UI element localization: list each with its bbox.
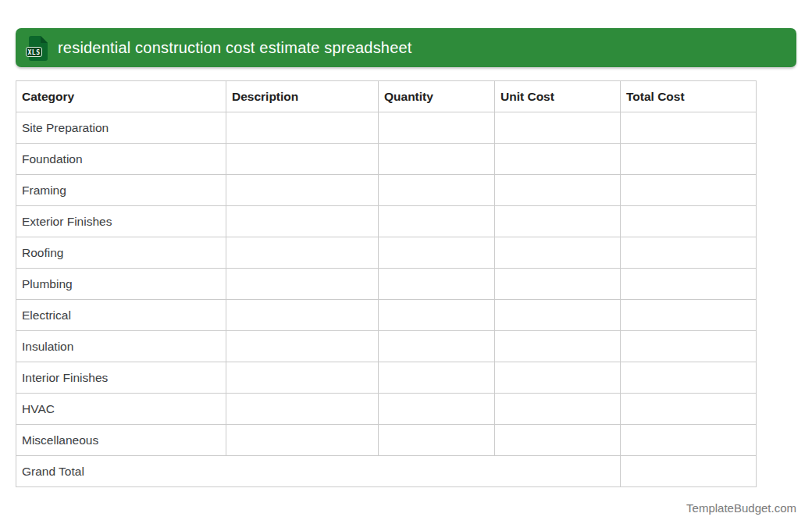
quantity-cell <box>379 112 495 144</box>
category-cell: Miscellaneous <box>16 425 226 456</box>
title-banner: XLS residential construction cost estima… <box>16 28 796 67</box>
unit-cost-cell <box>495 300 621 331</box>
total-cost-cell <box>621 425 757 456</box>
quantity-cell <box>379 206 495 237</box>
description-cell <box>226 175 379 206</box>
description-cell <box>226 237 379 269</box>
quantity-cell <box>379 300 495 331</box>
column-header-description: Description <box>226 81 379 112</box>
table-row: Framing <box>16 175 757 206</box>
total-cost-cell <box>621 206 757 237</box>
description-cell <box>226 425 379 456</box>
description-cell <box>226 112 379 144</box>
total-cost-cell <box>621 144 757 175</box>
category-cell: HVAC <box>16 394 226 425</box>
quantity-cell <box>379 394 495 425</box>
page-title: residential construction cost estimate s… <box>58 39 412 57</box>
unit-cost-cell <box>495 112 621 144</box>
table-row: HVAC <box>16 394 757 425</box>
header-row: Category Description Quantity Unit Cost … <box>16 81 757 112</box>
quantity-cell <box>379 331 495 362</box>
table-row: Site Preparation <box>16 112 757 144</box>
table-row: Plumbing <box>16 269 757 300</box>
category-cell: Electrical <box>16 300 226 331</box>
category-cell: Plumbing <box>16 269 226 300</box>
xls-file-icon: XLS <box>26 35 48 62</box>
table-row: Exterior Finishes <box>16 206 757 237</box>
total-cost-cell <box>621 237 757 269</box>
quantity-cell <box>379 425 495 456</box>
table-body: Site Preparation Foundation Framing Exte… <box>16 112 757 456</box>
unit-cost-cell <box>495 425 621 456</box>
category-cell: Foundation <box>16 144 226 175</box>
table-row: Insulation <box>16 331 757 362</box>
description-cell <box>226 362 379 394</box>
total-cost-cell <box>621 175 757 206</box>
grand-total-cost-cell <box>621 456 757 487</box>
grand-total-row: Grand Total <box>16 456 757 487</box>
description-cell <box>226 269 379 300</box>
unit-cost-cell <box>495 269 621 300</box>
category-cell: Insulation <box>16 331 226 362</box>
description-cell <box>226 206 379 237</box>
quantity-cell <box>379 237 495 269</box>
total-cost-cell <box>621 112 757 144</box>
quantity-cell <box>379 362 495 394</box>
total-cost-cell <box>621 394 757 425</box>
table-row: Foundation <box>16 144 757 175</box>
table-row: Miscellaneous <box>16 425 757 456</box>
category-cell: Interior Finishes <box>16 362 226 394</box>
quantity-cell <box>379 269 495 300</box>
grand-total-label-cell: Grand Total <box>16 456 621 487</box>
table-row: Electrical <box>16 300 757 331</box>
unit-cost-cell <box>495 331 621 362</box>
category-cell: Exterior Finishes <box>16 206 226 237</box>
unit-cost-cell <box>495 362 621 394</box>
quantity-cell <box>379 144 495 175</box>
description-cell <box>226 144 379 175</box>
description-cell <box>226 394 379 425</box>
unit-cost-cell <box>495 175 621 206</box>
table-row: Roofing <box>16 237 757 269</box>
column-header-quantity: Quantity <box>379 81 495 112</box>
cost-estimate-table: Category Description Quantity Unit Cost … <box>16 80 757 487</box>
column-header-total-cost: Total Cost <box>621 81 757 112</box>
category-cell: Site Preparation <box>16 112 226 144</box>
column-header-category: Category <box>16 81 226 112</box>
quantity-cell <box>379 175 495 206</box>
total-cost-cell <box>621 362 757 394</box>
total-cost-cell <box>621 331 757 362</box>
unit-cost-cell <box>495 206 621 237</box>
unit-cost-cell <box>495 394 621 425</box>
description-cell <box>226 300 379 331</box>
table-row: Interior Finishes <box>16 362 757 394</box>
column-header-unit-cost: Unit Cost <box>495 81 621 112</box>
unit-cost-cell <box>495 237 621 269</box>
category-cell: Framing <box>16 175 226 206</box>
total-cost-cell <box>621 300 757 331</box>
xls-icon-label: XLS <box>28 49 41 56</box>
unit-cost-cell <box>495 144 621 175</box>
site-credit: TemplateBudget.com <box>686 501 796 515</box>
description-cell <box>226 331 379 362</box>
total-cost-cell <box>621 269 757 300</box>
category-cell: Roofing <box>16 237 226 269</box>
